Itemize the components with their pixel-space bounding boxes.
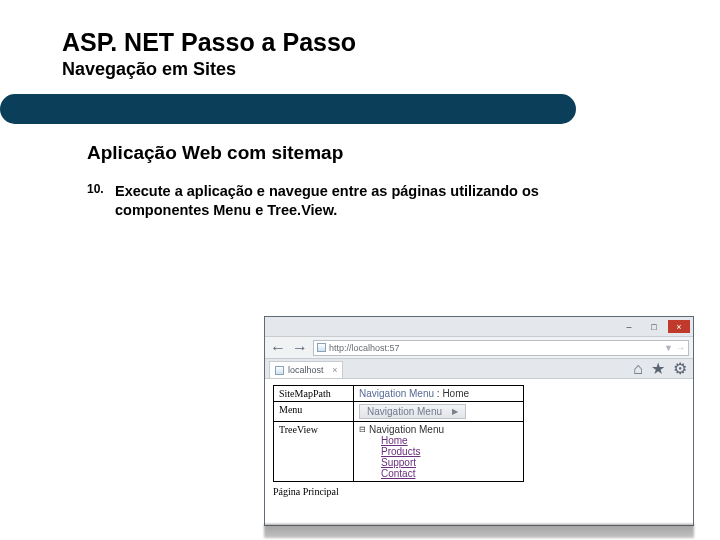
slide-subtitle: Navegação em Sites: [62, 59, 720, 80]
decorative-bar: [0, 94, 576, 124]
tree-collapse-icon[interactable]: ⊟: [359, 425, 366, 434]
minimize-button[interactable]: –: [618, 320, 640, 333]
controls-table: SiteMapPath Navigation Menu : Home Menu …: [273, 385, 524, 482]
label-menu: Menu: [274, 402, 354, 422]
url-text: http://localhost:57: [329, 343, 400, 353]
tree-item-home[interactable]: Home: [381, 435, 518, 446]
label-sitemappath: SiteMapPath: [274, 386, 354, 402]
page-content: SiteMapPath Navigation Menu : Home Menu …: [265, 379, 693, 503]
back-button[interactable]: ←: [269, 339, 287, 357]
star-icon[interactable]: ★: [651, 359, 665, 378]
menu-button[interactable]: Navigation Menu ▶: [359, 404, 466, 419]
breadcrumb-root-link[interactable]: Navigation Menu: [359, 388, 434, 399]
menu-button-label: Navigation Menu: [367, 406, 442, 417]
arrow-left-icon: ←: [270, 339, 286, 357]
home-icon[interactable]: ⌂: [633, 360, 643, 378]
address-bar: ← → http://localhost:57 ▼ →: [265, 337, 693, 359]
tree-root[interactable]: ⊟ Navigation Menu: [359, 424, 518, 435]
menu-control: Navigation Menu ▶: [354, 402, 524, 422]
page-icon: [317, 343, 326, 352]
forward-button[interactable]: →: [291, 339, 309, 357]
page-icon: [275, 366, 284, 375]
step-text: Execute a aplicação e navegue entre as p…: [115, 182, 539, 220]
step-line-1: Execute a aplicação e navegue entre as p…: [115, 183, 539, 199]
step-number: 10.: [87, 182, 115, 220]
tree-root-label: Navigation Menu: [369, 424, 444, 435]
close-button[interactable]: ×: [668, 320, 690, 333]
window-titlebar: – □ ×: [265, 317, 693, 337]
window-shadow: [264, 524, 694, 538]
close-tab-icon[interactable]: ×: [332, 365, 337, 375]
tab-label: localhost: [288, 365, 324, 375]
go-icon: →: [676, 343, 685, 353]
table-row: SiteMapPath Navigation Menu : Home: [274, 386, 524, 402]
section-title: Aplicação Web com sitemap: [87, 142, 720, 164]
gear-icon[interactable]: ⚙: [673, 359, 687, 378]
tab-bar: localhost × ⌂ ★ ⚙: [265, 359, 693, 379]
table-row: Menu Navigation Menu ▶: [274, 402, 524, 422]
table-row: TreeView ⊟ Navigation Menu Home Products…: [274, 422, 524, 482]
treeview-control: ⊟ Navigation Menu Home Products Support …: [354, 422, 524, 482]
breadcrumb-current: Home: [442, 388, 469, 399]
step-line-2: componentes Menu e Tree.View.: [115, 202, 337, 218]
chevron-down-icon: ▼: [664, 343, 673, 353]
maximize-button[interactable]: □: [643, 320, 665, 333]
page-footer-text: Página Principal: [273, 486, 685, 497]
tree-item-products[interactable]: Products: [381, 446, 518, 457]
arrow-right-icon: →: [292, 339, 308, 357]
browser-window: – □ × ← → http://localhost:57 ▼ → localh…: [264, 316, 694, 526]
tree-item-support[interactable]: Support: [381, 457, 518, 468]
step-row: 10. Execute a aplicação e navegue entre …: [87, 182, 720, 220]
sitemappath-control: Navigation Menu : Home: [354, 386, 524, 402]
tab-localhost[interactable]: localhost ×: [269, 361, 343, 378]
breadcrumb-separator: :: [437, 388, 440, 399]
chevron-right-icon: ▶: [452, 407, 458, 416]
tree-item-contact[interactable]: Contact: [381, 468, 518, 479]
label-treeview: TreeView: [274, 422, 354, 482]
slide-title: ASP. NET Passo a Passo: [62, 28, 720, 57]
url-field[interactable]: http://localhost:57 ▼ →: [313, 340, 689, 356]
